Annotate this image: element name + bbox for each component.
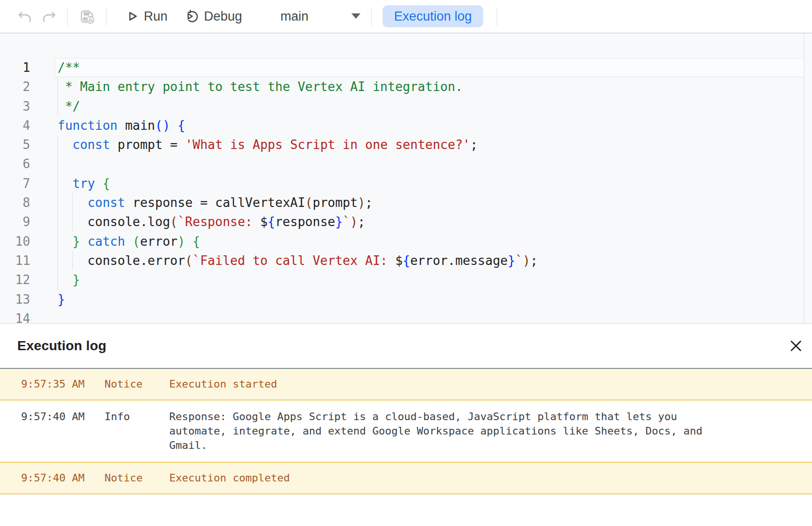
debug-icon: [184, 9, 199, 24]
line-number: 8: [0, 193, 30, 212]
minimap-divider: [804, 34, 804, 323]
code-line-14[interactable]: 14: [0, 309, 812, 323]
toolbar-divider: [106, 7, 106, 25]
execution-log-panel: Execution log 9:57:35 AMNoticeExecution …: [0, 323, 812, 494]
execution-log-title: Execution log: [17, 338, 106, 354]
line-number: 12: [0, 270, 30, 289]
log-timestamp: 9:57:40 AM: [21, 410, 104, 453]
code-line-3[interactable]: 3 */: [0, 97, 812, 116]
code-line-4[interactable]: 4function main() {: [0, 116, 812, 135]
line-number: 1: [0, 58, 30, 77]
code-line-10[interactable]: 10 } catch (error) {: [0, 232, 812, 251]
line-number: 13: [0, 290, 30, 309]
close-icon: [789, 339, 803, 354]
undo-button[interactable]: [16, 8, 33, 24]
code-line-7[interactable]: 7 try {: [0, 174, 812, 193]
code-text: } catch (error) {: [30, 232, 200, 251]
code-text: console.error(`Failed to call Vertex AI:…: [30, 251, 538, 270]
current-line-highlight: [55, 58, 804, 77]
log-level: Info: [104, 410, 169, 453]
run-button[interactable]: Run: [126, 9, 168, 24]
debug-button-label: Debug: [204, 9, 243, 24]
toolbar-divider: [67, 7, 68, 25]
code-line-2[interactable]: 2 * Main entry point to test the Vertex …: [0, 77, 812, 96]
debug-button[interactable]: Debug: [184, 9, 243, 24]
save-button[interactable]: [77, 7, 96, 26]
log-timestamp: 9:57:35 AM: [21, 377, 104, 391]
line-number: 2: [0, 77, 30, 96]
code-line-5[interactable]: 5 const prompt = 'What is Apps Script in…: [0, 135, 812, 154]
log-entry: 9:57:35 AMNoticeExecution started: [0, 369, 812, 400]
code-line-8[interactable]: 8 const response = callVertexAI(prompt);: [0, 193, 812, 212]
log-message: Execution started: [169, 377, 720, 391]
code-text: }: [30, 270, 80, 289]
log-entry: 9:57:40 AMNoticeExecution completed: [0, 462, 812, 494]
execution-log-button-label: Execution log: [394, 9, 472, 24]
execution-log-button[interactable]: Execution log: [383, 5, 483, 27]
undo-icon: [16, 8, 33, 24]
code-line-1[interactable]: 1/**: [0, 58, 812, 77]
function-selector-value: main: [280, 9, 309, 24]
chevron-down-icon: [351, 13, 361, 20]
code-line-11[interactable]: 11 console.error(`Failed to call Vertex …: [0, 251, 812, 270]
code-editor[interactable]: 1/**2 * Main entry point to test the Ver…: [0, 34, 812, 323]
code-text: }: [30, 290, 65, 309]
toolbar-divider: [497, 7, 497, 25]
code-text: /**: [30, 58, 80, 77]
code-text: const prompt = 'What is Apps Script in o…: [30, 135, 478, 154]
line-number: 11: [0, 251, 30, 270]
code-text: function main() {: [30, 116, 185, 135]
run-button-label: Run: [144, 9, 168, 24]
save-project-icon: [77, 7, 96, 26]
log-timestamp: 9:57:40 AM: [21, 471, 104, 485]
code-text: console.log(`Response: ${response}`);: [30, 212, 365, 231]
code-line-12[interactable]: 12 }: [0, 270, 812, 289]
line-number: 3: [0, 97, 30, 116]
code-line-13[interactable]: 13}: [0, 290, 812, 309]
log-level: Notice: [104, 377, 169, 391]
code-text: const response = callVertexAI(prompt);: [30, 193, 372, 212]
code-text: [30, 309, 58, 323]
code-text: [30, 154, 58, 173]
log-message: Response: Google Apps Script is a cloud-…: [169, 410, 720, 453]
line-number: 5: [0, 135, 30, 154]
close-log-button[interactable]: [789, 339, 803, 354]
code-line-9[interactable]: 9 console.log(`Response: ${response}`);: [0, 212, 812, 231]
log-level: Notice: [104, 471, 169, 485]
code-text: * Main entry point to test the Vertex AI…: [30, 77, 463, 96]
line-number: 14: [0, 309, 30, 323]
code-text: */: [30, 97, 80, 116]
toolbar-divider: [371, 7, 372, 25]
code-text: try {: [30, 174, 110, 193]
toolbar: Run Debug main Execution log: [0, 0, 812, 34]
execution-log-header: Execution log: [0, 324, 812, 369]
line-number: 10: [0, 232, 30, 251]
line-number: 7: [0, 174, 30, 193]
redo-button[interactable]: [41, 8, 58, 24]
redo-icon: [41, 8, 58, 24]
line-number: 4: [0, 116, 30, 135]
run-play-icon: [126, 10, 139, 23]
indent-guide: [58, 154, 58, 173]
line-number: 6: [0, 154, 30, 173]
function-selector-dropdown[interactable]: main: [280, 9, 361, 24]
code-line-6[interactable]: 6: [0, 154, 812, 173]
line-number: 9: [0, 212, 30, 231]
log-message: Execution completed: [169, 471, 720, 485]
log-entry: 9:57:40 AMInfoResponse: Google Apps Scri…: [0, 400, 812, 462]
